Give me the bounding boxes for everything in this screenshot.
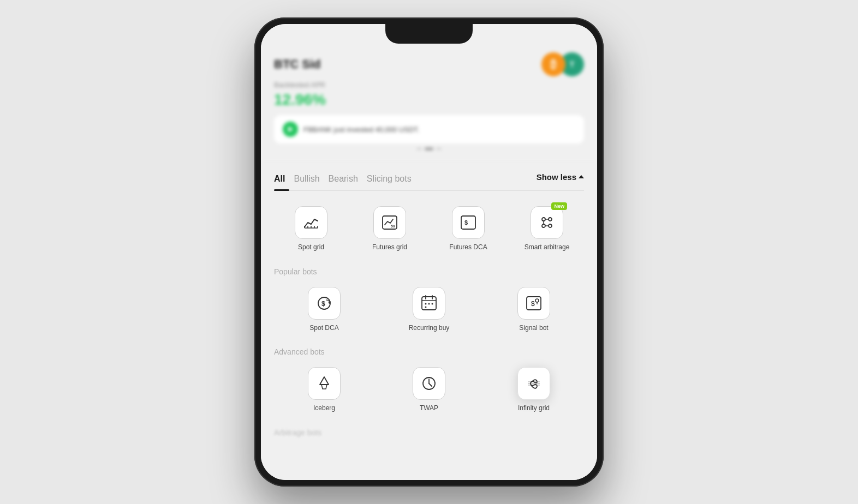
svg-point-12 (549, 218, 552, 221)
spot-dca-icon-box: $ (308, 287, 341, 320)
recurring-buy-label: Recurring buy (409, 324, 450, 333)
signal-bot-label: Signal bot (519, 324, 548, 333)
apr-value: 12.96% (274, 91, 584, 109)
popular-section-label: Popular bots (274, 267, 584, 276)
backtested-label: Backtested APR (274, 81, 584, 89)
tab-bullish[interactable]: Bullish (294, 170, 328, 190)
svg-marker-0 (288, 127, 293, 132)
screen-content: BTC Sid ₿ T Backtested APR 12.96% (261, 24, 597, 480)
phone-container: BTC Sid ₿ T Backtested APR 12.96% (254, 17, 604, 487)
smart-arbitrage-label: Smart arbitrage (525, 243, 570, 252)
twap-icon-box (413, 367, 445, 400)
arbitrage-section-label: Arbitrage bots (274, 428, 584, 437)
dots-row (274, 148, 584, 150)
top-bots-row: Spot grid 5x Futures grid (274, 200, 584, 259)
bot-signal[interactable]: $ Signal bot (484, 280, 584, 339)
spot-grid-icon-box (295, 206, 327, 239)
bot-futures-grid[interactable]: 5x Futures grid (353, 200, 427, 259)
svg-point-11 (542, 218, 545, 221)
svg-point-24 (425, 303, 427, 304)
invest-text: FBBANK just invested 40,000 USDT. (303, 125, 419, 134)
invest-banner: FBBANK just invested 40,000 USDT. (274, 115, 584, 143)
spot-grid-label: Spot grid (298, 243, 324, 252)
svg-point-27 (425, 306, 427, 308)
chevron-up-icon (579, 175, 584, 178)
show-less-button[interactable]: Show less (537, 172, 584, 188)
svg-text:$: $ (531, 300, 535, 308)
top-section: BTC Sid ₿ T Backtested APR 12.96% (261, 24, 597, 161)
infinity-grid-icon-box (517, 367, 550, 400)
page-title: BTC Sid (274, 57, 321, 71)
futures-dca-label: Futures DCA (449, 243, 487, 252)
svg-marker-32 (320, 377, 329, 385)
futures-grid-label: Futures grid (372, 243, 407, 252)
phone-frame: BTC Sid ₿ T Backtested APR 12.96% (254, 17, 604, 487)
top-bots-section: Spot grid 5x Futures grid (261, 191, 597, 450)
bot-smart-arbitrage[interactable]: New (510, 200, 584, 259)
bot-spot-grid[interactable]: Spot grid (274, 200, 348, 259)
iceberg-icon-box (308, 367, 341, 400)
tabs-row: All Bullish Bearish Slicing bots Show le… (274, 170, 584, 191)
recurring-buy-icon-box (413, 287, 445, 320)
popular-bots-row: $ Spot DCA (274, 280, 584, 339)
tab-all[interactable]: All (274, 170, 294, 190)
futures-dca-icon-box: $ (452, 206, 485, 239)
svg-point-26 (432, 303, 433, 304)
infinity-grid-label: Infinity grid (518, 404, 550, 413)
svg-line-36 (429, 383, 432, 386)
bot-futures-dca[interactable]: $ Futures DCA (431, 200, 505, 259)
dot-1 (417, 148, 421, 150)
futures-grid-icon-box: 5x (373, 206, 406, 239)
bot-recurring-buy[interactable]: Recurring buy (379, 280, 479, 339)
invest-icon (283, 122, 298, 137)
coin-icons: ₿ T (541, 52, 584, 76)
dot-2 (425, 148, 433, 150)
tab-slicing[interactable]: Slicing bots (367, 170, 420, 190)
bot-spot-dca[interactable]: $ Spot DCA (274, 280, 374, 339)
svg-text:$: $ (321, 300, 325, 308)
notch (385, 24, 473, 44)
spot-dca-label: Spot DCA (309, 324, 338, 333)
svg-rect-9 (461, 216, 475, 229)
bot-twap[interactable]: TWAP (379, 361, 479, 419)
new-badge: New (551, 202, 567, 210)
svg-text:5x: 5x (391, 224, 395, 228)
svg-point-14 (549, 224, 552, 227)
svg-point-30 (535, 299, 539, 302)
dot-3 (437, 148, 441, 150)
advanced-bots-row: Iceberg TWAP (274, 361, 584, 419)
bot-infinity-grid[interactable]: Infinity grid (484, 361, 584, 419)
tabs-section: All Bullish Bearish Slicing bots Show le… (261, 161, 597, 191)
svg-point-25 (428, 303, 430, 304)
btc-icon: ₿ (541, 52, 565, 76)
twap-label: TWAP (420, 404, 438, 413)
phone-screen: BTC Sid ₿ T Backtested APR 12.96% (261, 24, 597, 480)
svg-text:$: $ (464, 219, 468, 226)
svg-point-13 (542, 224, 545, 227)
header-row: BTC Sid ₿ T (274, 52, 584, 76)
bot-iceberg[interactable]: Iceberg (274, 361, 374, 419)
smart-arbitrage-icon-box: New (531, 206, 563, 239)
iceberg-label: Iceberg (313, 404, 335, 413)
svg-marker-33 (321, 385, 327, 389)
signal-bot-icon-box: $ (517, 287, 550, 320)
advanced-section-label: Advanced bots (274, 347, 584, 356)
tab-bearish[interactable]: Bearish (329, 170, 367, 190)
